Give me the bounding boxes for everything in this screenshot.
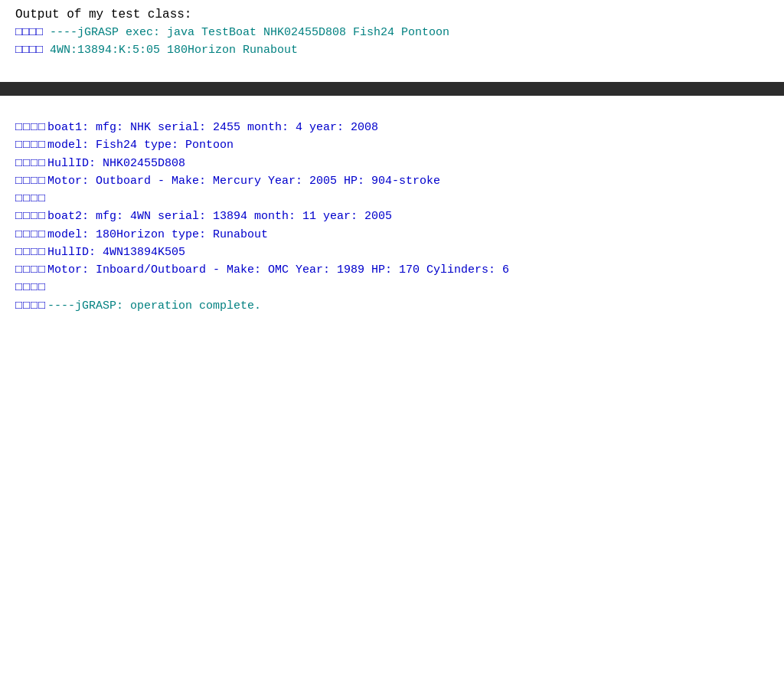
exec-squares-2: □□□□	[15, 44, 50, 57]
divider-bar	[0, 82, 784, 96]
output-line-5: □□□□boat2: mfg: 4WN serial: 13894 month:…	[15, 208, 769, 225]
squares-3: □□□□	[15, 172, 46, 190]
output-line-2: □□□□HullID: NHK02455D808	[15, 155, 769, 172]
output-line-7: □□□□HullID: 4WN13894K505	[15, 244, 769, 261]
squares-0: □□□□	[15, 119, 46, 136]
exec-squares-1: □□□□	[15, 26, 50, 39]
line-text-3: Motor: Outboard - Make: Mercury Year: 20…	[47, 172, 440, 190]
line-text-7: HullID: 4WN13894K505	[47, 244, 185, 261]
squares-4: □□□□	[15, 190, 46, 208]
squares-2: □□□□	[15, 155, 46, 172]
output-line-8: □□□□Motor: Inboard/Outboard - Make: OMC …	[15, 261, 769, 279]
output-line-4: □□□□	[15, 190, 769, 208]
line-text-10: ----jGRASP: operation complete.	[47, 297, 261, 315]
squares-8: □□□□	[15, 261, 46, 279]
line-text-0: boat1: mfg: NHK serial: 2455 month: 4 ye…	[47, 119, 378, 136]
exec-line-2: □□□□ 4WN:13894:K:5:05 180Horizon Runabou…	[15, 42, 769, 60]
top-section: Output of my test class: □□□□ ----jGRASP…	[0, 0, 784, 74]
output-line-10: □□□□----jGRASP: operation complete.	[15, 297, 769, 315]
output-line-1: □□□□model: Fish24 type: Pontoon	[15, 136, 769, 154]
output-line-9: □□□□	[15, 279, 769, 296]
squares-1: □□□□	[15, 136, 46, 154]
squares-5: □□□□	[15, 208, 46, 225]
output-line-0: □□□□boat1: mfg: NHK serial: 2455 month: …	[15, 119, 769, 136]
line-text-1: model: Fish24 type: Pontoon	[47, 136, 234, 154]
line-text-6: model: 180Horizon type: Runabout	[47, 226, 268, 244]
exec-line-1: □□□□ ----jGRASP exec: java TestBoat NHK0…	[15, 25, 769, 42]
squares-7: □□□□	[15, 244, 46, 261]
squares-9: □□□□	[15, 279, 46, 296]
bottom-section: □□□□boat1: mfg: NHK serial: 2455 month: …	[0, 96, 784, 330]
output-line-6: □□□□model: 180Horizon type: Runabout	[15, 226, 769, 244]
line-text-5: boat2: mfg: 4WN serial: 13894 month: 11 …	[47, 208, 392, 225]
squares-6: □□□□	[15, 226, 46, 244]
line-text-8: Motor: Inboard/Outboard - Make: OMC Year…	[47, 261, 509, 279]
output-line-3: □□□□Motor: Outboard - Make: Mercury Year…	[15, 172, 769, 190]
output-label: Output of my test class:	[15, 8, 769, 21]
line-text-2: HullID: NHK02455D808	[47, 155, 185, 172]
squares-10: □□□□	[15, 297, 46, 315]
